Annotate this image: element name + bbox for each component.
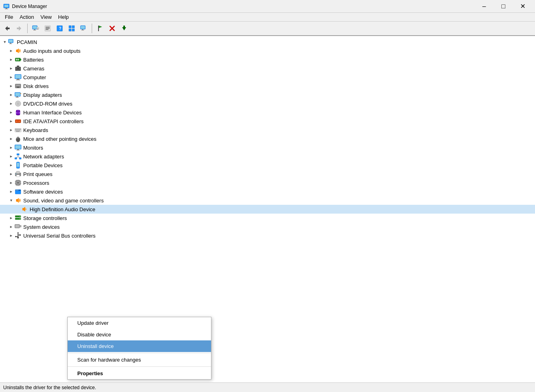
svg-rect-7 <box>17 28 19 29</box>
sound-expander[interactable]: ▼ <box>8 197 14 204</box>
batteries-expander[interactable]: ► <box>8 56 14 63</box>
dvd-expander[interactable]: ► <box>8 100 14 107</box>
print-label: Print queues <box>23 171 52 177</box>
tree-item-hid[interactable]: ► Human Interface Devices <box>0 108 535 117</box>
system-expander[interactable]: ► <box>8 224 14 230</box>
tree-item-display[interactable]: ► Display adapters <box>0 90 535 99</box>
tree-item-software[interactable]: ► Software devices <box>0 187 535 196</box>
svg-marker-32 <box>122 27 126 30</box>
cameras-expander[interactable]: ► <box>8 65 14 72</box>
ctx-update-driver[interactable]: Update driver <box>68 317 211 329</box>
tree-item-disk[interactable]: ► Disk drives <box>0 82 535 90</box>
tree-item-storage[interactable]: ► Storage controllers <box>0 214 535 222</box>
ctx-uninstall-device[interactable]: Uninstall device <box>68 340 211 352</box>
tree-item-monitors[interactable]: ► Monitors <box>0 143 535 152</box>
svg-rect-33 <box>123 26 125 28</box>
menu-file[interactable]: File <box>2 13 16 21</box>
monitors-expander[interactable]: ► <box>8 144 14 151</box>
root-expander[interactable]: ▼ <box>2 39 8 45</box>
tree-item-sound[interactable]: ▼ Sound, video and game controllers <box>0 196 535 205</box>
audio-label: Audio inputs and outputs <box>23 48 80 54</box>
ctx-disable-device[interactable]: Disable device <box>68 329 211 340</box>
window-controls: – □ ✕ <box>475 0 532 13</box>
svg-rect-90 <box>19 158 21 159</box>
tree-item-print[interactable]: ► Print queues <box>0 170 535 178</box>
svg-rect-40 <box>20 59 21 60</box>
dvd-icon <box>14 100 22 107</box>
svg-rect-48 <box>15 75 21 78</box>
tree-root-item[interactable]: ▼ PCAMIN <box>0 38 535 46</box>
minimize-button[interactable]: – <box>475 0 493 13</box>
menu-view[interactable]: View <box>37 13 55 21</box>
menu-help[interactable]: Help <box>55 13 72 21</box>
keyboards-expander[interactable]: ► <box>8 127 14 133</box>
back-button[interactable] <box>2 23 13 34</box>
svg-rect-76 <box>16 130 16 131</box>
processors-expander[interactable]: ► <box>8 180 14 186</box>
svg-rect-72 <box>16 129 17 130</box>
audio-expander[interactable]: ► <box>8 48 14 54</box>
disk-expander[interactable]: ► <box>8 83 14 89</box>
portable-expander[interactable]: ► <box>8 162 14 168</box>
processors-icon <box>14 179 22 186</box>
software-expander[interactable]: ► <box>8 188 14 195</box>
mice-expander[interactable]: ► <box>8 136 14 142</box>
tree-item-batteries[interactable]: ► Batteries <box>0 55 535 64</box>
svg-rect-67 <box>16 120 17 122</box>
storage-expander[interactable]: ► <box>8 215 14 221</box>
batteries-icon <box>14 56 22 63</box>
svg-line-92 <box>16 157 18 158</box>
scan-hardware-button[interactable] <box>119 23 130 34</box>
ctx-scan-hardware[interactable]: Scan for hardware changes <box>68 354 211 366</box>
ide-expander[interactable]: ► <box>8 118 14 124</box>
show-computer-button[interactable] <box>78 23 89 34</box>
tree-item-usb[interactable]: ► Universal Serial Bus controllers <box>0 231 535 240</box>
portable-label: Portable Devices <box>23 162 62 168</box>
close-button[interactable]: ✕ <box>513 0 532 13</box>
tree-item-mice[interactable]: ► Mice and other pointing devices <box>0 134 535 143</box>
tree-item-computer[interactable]: ► Computer <box>0 73 535 82</box>
svg-rect-20 <box>69 26 71 28</box>
display-expander[interactable]: ► <box>8 92 14 98</box>
usb-icon <box>14 232 22 239</box>
tree-item-processors[interactable]: ► Processors <box>0 178 535 187</box>
uninstall-button[interactable] <box>107 23 118 34</box>
ctx-properties[interactable]: Properties <box>68 368 211 379</box>
tree-item-system[interactable]: ► System devices <box>0 222 535 231</box>
tree-item-dvd[interactable]: ► DVD/CD-ROM drives <box>0 99 535 108</box>
svg-rect-17 <box>46 29 48 30</box>
svg-rect-86 <box>17 149 19 150</box>
help-button[interactable]: ? <box>54 23 65 34</box>
svg-rect-71 <box>15 129 16 130</box>
update-driver-button[interactable] <box>95 23 106 34</box>
tree-item-keyboards[interactable]: ► Keyboards <box>0 126 535 134</box>
tree-item-hd-audio[interactable]: ► High Definition Audio Device <box>0 205 535 214</box>
tree-item-ide[interactable]: ► IDE ATA/ATAPI controllers <box>0 117 535 126</box>
processors-label: Processors <box>23 180 49 186</box>
svg-rect-79 <box>19 130 20 131</box>
tree-item-audio[interactable]: ► Audio inputs and outputs <box>0 46 535 55</box>
tree-item-cameras[interactable]: ► Cameras <box>0 64 535 73</box>
maximize-button[interactable]: □ <box>494 0 513 13</box>
print-expander[interactable]: ► <box>8 171 14 177</box>
properties-button[interactable] <box>42 23 53 34</box>
disk-icon <box>14 82 22 90</box>
hid-expander[interactable]: ► <box>8 109 14 116</box>
forward-button[interactable] <box>14 23 25 34</box>
network-expander[interactable]: ► <box>8 153 14 160</box>
devmgr-button[interactable]: ≡ <box>30 23 41 34</box>
usb-expander[interactable]: ► <box>8 232 14 239</box>
view-button[interactable] <box>66 23 77 34</box>
menu-action[interactable]: Action <box>16 13 37 21</box>
svg-rect-110 <box>17 185 18 186</box>
svg-rect-46 <box>17 66 19 67</box>
svg-rect-80 <box>16 131 20 132</box>
svg-rect-78 <box>18 130 19 131</box>
monitors-label: Monitors <box>23 145 43 151</box>
tree-item-portable[interactable]: ► Portable Devices <box>0 161 535 170</box>
computer-expander[interactable]: ► <box>8 74 14 80</box>
ctx-sep-1 <box>68 353 211 353</box>
svg-rect-23 <box>72 29 74 31</box>
svg-text:≡: ≡ <box>37 28 38 30</box>
tree-item-network[interactable]: ► Network adapters <box>0 152 535 161</box>
